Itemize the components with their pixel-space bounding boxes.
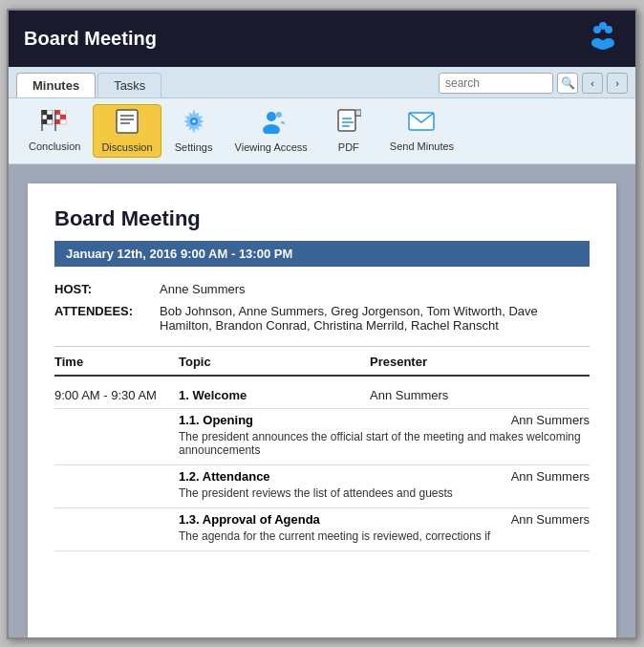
attendees-label: ATTENDEES: — [54, 304, 160, 333]
list-item: 1.3. Approval of Agenda Ann Summers The … — [54, 508, 590, 551]
col-presenter: Presenter — [370, 355, 513, 369]
svg-point-5 — [595, 40, 611, 50]
host-row: HOST: Anne Summers — [54, 282, 590, 296]
host-label: HOST: — [54, 282, 160, 296]
settings-icon — [182, 109, 206, 140]
toolbar-send-minutes[interactable]: Send Minutes — [381, 105, 462, 157]
sub-topic: 1.2. Attendance — [179, 469, 270, 484]
table-header: Time Topic Presenter — [54, 355, 590, 377]
document-date-bar: January 12th, 2016 9:00 AM - 13:00 PM — [54, 241, 590, 267]
send-minutes-label: Send Minutes — [390, 140, 454, 152]
agenda-section: 9:00 AM - 9:30 AM 1. Welcome Ann Summers… — [54, 382, 590, 551]
svg-point-28 — [263, 124, 280, 134]
nav-forward-button[interactable]: › — [607, 73, 628, 94]
agenda-presenter: Ann Summers — [370, 388, 513, 402]
sub-presenter: Ann Summers — [511, 512, 590, 527]
search-button[interactable]: 🔍 — [557, 73, 578, 94]
svg-rect-20 — [117, 110, 138, 133]
sub-description: The agenda for the current meeting is re… — [179, 529, 590, 543]
sub-description: The president announces the official sta… — [179, 430, 590, 457]
svg-rect-11 — [47, 119, 53, 124]
toolbar-discussion[interactable]: Discussion — [93, 104, 161, 158]
pdf-label: PDF — [338, 141, 359, 153]
sub-item-header: 1.2. Attendance Ann Summers — [179, 469, 590, 484]
svg-rect-9 — [47, 115, 53, 119]
tab-tasks[interactable]: Tasks — [97, 73, 161, 97]
col-topic: Topic — [179, 355, 370, 369]
svg-rect-7 — [47, 110, 53, 115]
discussion-icon — [115, 109, 140, 140]
document-wrapper[interactable]: Board Meeting January 12th, 2016 9:00 AM… — [9, 164, 635, 637]
agenda-time: 9:00 AM - 9:30 AM — [54, 388, 179, 402]
toolbar-viewing-access[interactable]: Viewing Access — [226, 104, 316, 158]
toolbar-pdf[interactable]: PDF — [320, 104, 377, 158]
tab-minutes[interactable]: Minutes — [16, 73, 96, 97]
sub-item-header: 1.3. Approval of Agenda Ann Summers — [179, 512, 590, 527]
send-minutes-icon — [408, 110, 435, 139]
sub-topic: 1.3. Approval of Agenda — [179, 512, 320, 527]
tabs-container: Minutes Tasks — [16, 73, 163, 97]
svg-rect-32 — [355, 110, 361, 116]
pdf-icon — [336, 109, 361, 140]
discussion-label: Discussion — [101, 141, 152, 153]
divider — [54, 346, 590, 347]
toolbar-settings[interactable]: Settings — [165, 104, 223, 158]
attendees-row: ATTENDEES: Bob Johnson, Anne Summers, Gr… — [54, 304, 590, 333]
content-area: Board Meeting January 12th, 2016 9:00 AM… — [9, 164, 635, 637]
viewing-access-label: Viewing Access — [235, 141, 308, 153]
svg-point-26 — [192, 119, 195, 122]
svg-point-27 — [267, 112, 276, 121]
agenda-topic: 1. Welcome — [179, 388, 370, 402]
attendees-value: Bob Johnson, Anne Summers, Greg Jorgenso… — [160, 304, 590, 333]
sub-description: The president reviews the list of attend… — [179, 486, 590, 500]
nav-back-button[interactable]: ‹ — [582, 73, 603, 94]
sub-item-header: 1.1. Opening Ann Summers — [179, 413, 590, 427]
app-icon — [586, 20, 620, 57]
svg-rect-16 — [60, 115, 66, 119]
app-window: Board Meeting Minutes Tasks 🔍 ‹ › — [7, 9, 637, 639]
table-row: 9:00 AM - 9:30 AM 1. Welcome Ann Summers — [54, 382, 590, 409]
settings-label: Settings — [175, 141, 213, 153]
conclusion-label: Conclusion — [29, 140, 80, 152]
svg-point-29 — [276, 112, 282, 118]
tab-bar: Minutes Tasks 🔍 ‹ › — [9, 67, 635, 98]
toolbar: Conclusion Discussion — [9, 98, 635, 164]
viewing-access-icon — [258, 109, 285, 140]
list-item: 1.1. Opening Ann Summers The president a… — [54, 409, 590, 465]
title-bar: Board Meeting — [9, 11, 635, 67]
host-value: Anne Summers — [160, 282, 246, 296]
search-input[interactable] — [439, 73, 553, 94]
conclusion-icon — [41, 110, 68, 139]
svg-point-2 — [599, 22, 607, 30]
document: Board Meeting January 12th, 2016 9:00 AM… — [28, 183, 616, 637]
document-title: Board Meeting — [54, 206, 590, 231]
app-title: Board Meeting — [24, 28, 157, 50]
sub-presenter: Ann Summers — [511, 413, 590, 427]
list-item: 1.2. Attendance Ann Summers The presiden… — [54, 465, 590, 508]
sub-presenter: Ann Summers — [511, 469, 590, 484]
tab-bar-right: 🔍 ‹ › — [439, 73, 628, 97]
sub-topic: 1.1. Opening — [179, 413, 253, 427]
toolbar-conclusion[interactable]: Conclusion — [20, 105, 89, 157]
svg-rect-14 — [60, 110, 66, 115]
col-time: Time — [54, 355, 179, 369]
document-info-section: HOST: Anne Summers ATTENDEES: Bob Johnso… — [54, 282, 590, 333]
svg-rect-18 — [60, 119, 66, 124]
svg-rect-30 — [338, 110, 355, 131]
